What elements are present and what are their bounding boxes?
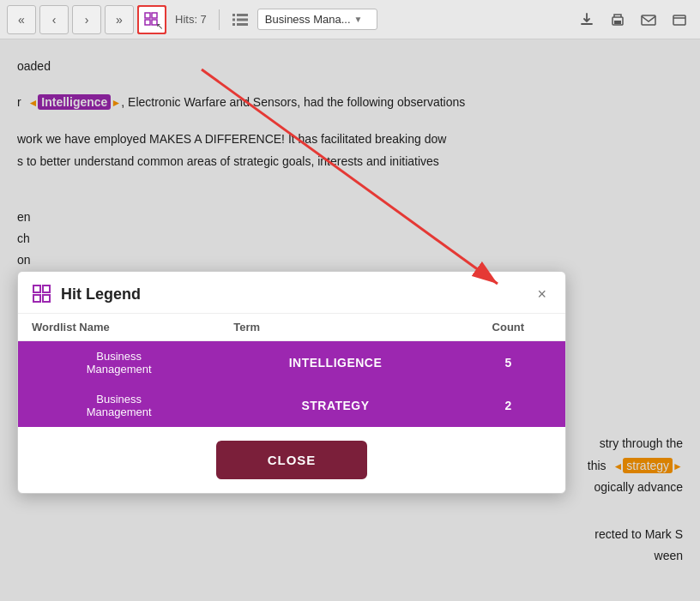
col-header-count: Count [451,314,565,341]
print-icon [609,11,626,28]
svg-rect-6 [232,18,235,21]
col-header-term: Term [220,314,451,341]
svg-rect-7 [237,18,248,21]
nav-prev-button[interactable]: ‹ [39,5,69,34]
svg-rect-16 [33,285,40,292]
svg-rect-18 [33,295,40,302]
list-view-button[interactable] [226,6,254,33]
dialog-header: Hit Legend × [18,272,565,314]
dialog-grid-icon [32,284,52,304]
cell-term-2: STRATEGY [220,384,451,427]
download-button[interactable] [573,6,600,33]
table-header-row: Wordlist Name Term Count [18,314,565,341]
legend-table: Wordlist Name Term Count BusinessManagem… [18,314,565,427]
svg-rect-11 [614,21,621,24]
cell-count-2: 2 [451,384,565,427]
hit-legend-dialog: Hit Legend × Wordlist Name Term Count Bu… [17,271,566,494]
dialog-close-x-button[interactable]: × [532,285,552,304]
hits-label: Hits: 7 [175,13,207,26]
svg-rect-17 [43,285,50,292]
download-icon [578,11,595,28]
email-icon [640,11,657,28]
nav-next-button[interactable]: › [72,5,101,34]
col-header-wordlist: Wordlist Name [18,314,220,341]
cell-wordlist-1: BusinessManagement [18,341,220,385]
svg-rect-13 [673,15,685,25]
email-button[interactable] [635,6,662,33]
document-area: oaded r ◄Intelligence►, Electronic Warfa… [0,39,700,601]
window-icon [671,11,688,28]
window-button[interactable] [666,6,693,33]
cell-wordlist-2: BusinessManagement [18,384,220,427]
hit-legend-button[interactable]: ↖ [137,5,166,34]
svg-rect-12 [642,15,655,25]
cell-term-1: INTELLIGENCE [220,341,451,385]
nav-last-button[interactable]: » [105,5,134,34]
svg-rect-2 [145,20,150,25]
svg-rect-4 [232,14,235,16]
dialog-title: Hit Legend [61,285,141,304]
svg-rect-19 [43,295,50,302]
close-button[interactable]: CLOSE [216,441,368,479]
list-icon [232,14,248,26]
wordlist-dropdown[interactable]: Business Mana... ▼ [257,9,377,30]
print-button[interactable] [604,6,631,33]
dropdown-label: Business Mana... [265,13,351,26]
nav-first-button[interactable]: « [7,5,36,34]
dialog-title-row: Hit Legend [32,284,141,304]
grid-icon [144,12,160,27]
separator [219,9,220,30]
table-row: BusinessManagement STRATEGY 2 [18,384,565,427]
svg-rect-1 [152,13,157,18]
table-row: BusinessManagement INTELLIGENCE 5 [18,341,565,385]
svg-rect-5 [237,14,248,16]
dropdown-arrow-icon: ▼ [354,15,363,24]
svg-rect-8 [232,23,235,26]
svg-rect-0 [145,13,150,18]
dialog-footer: CLOSE [18,427,565,493]
toolbar: « ‹ › » ↖ Hits: 7 Business Mana... ▼ [0,0,700,39]
svg-rect-9 [237,23,248,26]
cell-count-1: 5 [451,341,565,385]
svg-rect-3 [152,20,157,25]
